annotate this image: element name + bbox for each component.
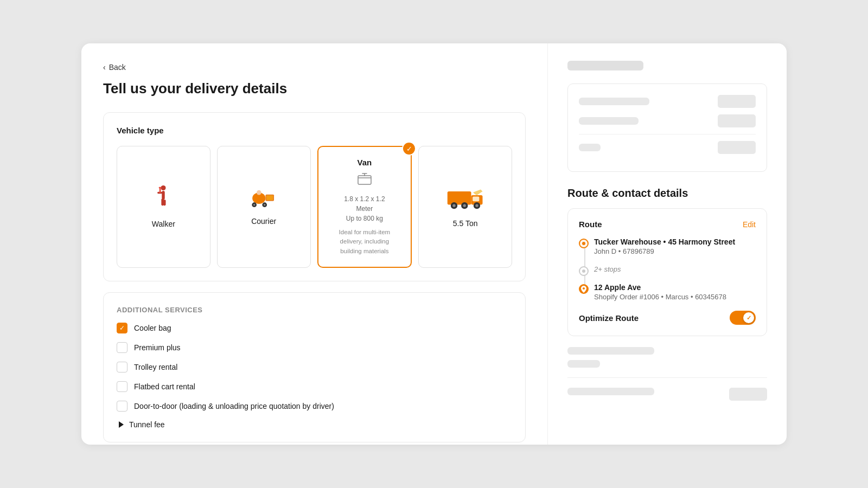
services-title: Additional services bbox=[117, 306, 512, 314]
van-title: Van bbox=[358, 158, 372, 167]
svg-point-22 bbox=[463, 204, 465, 207]
bottom-skel-3a bbox=[567, 388, 654, 395]
vehicle-card-walker[interactable]: Walker bbox=[117, 146, 210, 268]
route-card: Route Edit Tucker Warehouse • 45 Harmony… bbox=[567, 208, 767, 336]
tunnel-fee-label: Tunnel fee bbox=[129, 420, 165, 429]
vehicle-card-ton55[interactable]: 5.5 Ton bbox=[418, 146, 512, 268]
bottom-skel-1a bbox=[567, 347, 654, 355]
optimize-toggle[interactable]: ✓ bbox=[730, 311, 756, 325]
trolley-rental-checkbox[interactable] bbox=[117, 362, 127, 373]
back-link[interactable]: ‹ Back bbox=[103, 63, 526, 72]
edit-link[interactable]: Edit bbox=[743, 220, 756, 229]
origin-name: Tucker Warehouse • 45 Harmony Street bbox=[594, 237, 756, 246]
svg-point-24 bbox=[475, 204, 478, 207]
svg-point-12 bbox=[264, 204, 265, 206]
ton55-label: 5.5 Ton bbox=[453, 219, 478, 228]
van-box-icon bbox=[357, 171, 372, 190]
route-stops: Tucker Warehouse • 45 Harmony Street Joh… bbox=[579, 237, 756, 301]
additional-services-section: Additional services Cooler bag Premium p… bbox=[103, 292, 526, 442]
walker-label: Walker bbox=[152, 220, 175, 228]
dest-sub: Shopify Order #1006 • Marcus • 60345678 bbox=[594, 293, 756, 301]
dest-dot bbox=[579, 284, 589, 294]
ton55-icon bbox=[446, 185, 484, 214]
service-flatbed-cart[interactable]: Flatbed cart rental bbox=[117, 381, 512, 392]
svg-point-0 bbox=[161, 185, 166, 190]
premium-plus-label: Premium plus bbox=[134, 343, 181, 352]
van-check-badge: ✓ bbox=[402, 142, 416, 156]
service-door-to-door[interactable]: Door-to-door (loading & unloading price … bbox=[117, 401, 512, 412]
flatbed-cart-label: Flatbed cart rental bbox=[134, 382, 195, 391]
origin-sub: John D • 67896789 bbox=[594, 247, 756, 255]
bottom-skel-3b bbox=[729, 388, 767, 401]
tunnel-fee-row[interactable]: Tunnel fee bbox=[117, 420, 512, 429]
service-premium-plus[interactable]: Premium plus bbox=[117, 342, 512, 353]
tunnel-fee-expand-icon bbox=[119, 421, 124, 428]
vehicle-grid: Walker bbox=[117, 146, 512, 268]
bottom-skel-row-1 bbox=[567, 347, 767, 355]
door-to-door-checkbox[interactable] bbox=[117, 401, 127, 412]
cooler-bag-label: Cooler bag bbox=[134, 324, 171, 332]
vehicle-card-courier[interactable]: Courier bbox=[217, 146, 311, 268]
svg-point-20 bbox=[452, 204, 455, 207]
door-to-door-label: Door-to-door (loading & unloading price … bbox=[134, 402, 334, 410]
skel-1a bbox=[579, 98, 649, 105]
route-header-row: Route Edit bbox=[579, 220, 756, 229]
toggle-thumb: ✓ bbox=[743, 312, 754, 323]
summary-row-3 bbox=[579, 141, 756, 154]
summary-skeleton-box bbox=[567, 84, 767, 172]
cooler-bag-checkbox[interactable] bbox=[117, 323, 127, 333]
bottom-skeletons bbox=[567, 347, 767, 401]
route-label: Route bbox=[579, 220, 602, 229]
bottom-skel-row-2 bbox=[567, 360, 767, 368]
walker-icon bbox=[152, 185, 174, 214]
svg-rect-6 bbox=[159, 187, 162, 189]
dest-name: 12 Apple Ave bbox=[594, 283, 756, 292]
origin-dot bbox=[579, 239, 589, 248]
premium-plus-checkbox[interactable] bbox=[117, 342, 127, 353]
skel-3b bbox=[718, 141, 756, 154]
trolley-rental-label: Trolley rental bbox=[134, 363, 177, 371]
vehicle-card-van[interactable]: ✓ Van 1.8 x 1.2 x 1.2MeterUp to 800 kg I… bbox=[317, 146, 412, 268]
bottom-skel-2a bbox=[567, 360, 600, 368]
skel-2a bbox=[579, 117, 639, 125]
toggle-check-icon: ✓ bbox=[746, 314, 751, 322]
bottom-skel-row-3 bbox=[567, 377, 767, 401]
back-chevron-icon: ‹ bbox=[103, 63, 106, 72]
right-panel: Route & contact details Route Edit Tucke… bbox=[548, 43, 787, 445]
stop-middle: 2+ stops bbox=[594, 265, 756, 273]
summary-divider bbox=[579, 134, 756, 134]
flatbed-cart-checkbox[interactable] bbox=[117, 381, 127, 392]
courier-label: Courier bbox=[251, 217, 276, 226]
svg-rect-16 bbox=[447, 191, 471, 205]
service-trolley-rental[interactable]: Trolley rental bbox=[117, 362, 512, 373]
summary-row-2 bbox=[579, 114, 756, 127]
summary-row-1 bbox=[579, 95, 756, 108]
svg-point-8 bbox=[257, 190, 261, 195]
page-title: Tell us your delivery details bbox=[103, 80, 526, 97]
van-detail: Van 1.8 x 1.2 x 1.2MeterUp to 800 kg Ide… bbox=[339, 158, 391, 256]
skel-1b bbox=[718, 95, 756, 108]
optimize-row: Optimize Route ✓ bbox=[579, 311, 756, 325]
top-skeleton bbox=[567, 61, 643, 70]
courier-icon bbox=[250, 188, 278, 211]
stop-dest: 12 Apple Ave Shopify Order #1006 • Marcu… bbox=[594, 283, 756, 301]
svg-rect-15 bbox=[358, 176, 371, 184]
svg-rect-1 bbox=[162, 191, 165, 200]
skel-3a bbox=[579, 144, 601, 151]
van-dims: 1.8 x 1.2 x 1.2MeterUp to 800 kg bbox=[344, 194, 385, 223]
middle-dot bbox=[579, 266, 589, 276]
stop-origin: Tucker Warehouse • 45 Harmony Street Joh… bbox=[594, 237, 756, 255]
van-desc: Ideal for multi-itemdelivery, includingb… bbox=[339, 228, 391, 256]
route-contact-title: Route & contact details bbox=[567, 187, 688, 200]
route-contact-header: Route & contact details bbox=[567, 187, 767, 200]
back-label: Back bbox=[109, 63, 126, 72]
svg-rect-14 bbox=[266, 196, 273, 201]
optimize-label: Optimize Route bbox=[579, 313, 639, 323]
svg-rect-4 bbox=[163, 200, 166, 206]
vehicle-type-section: Vehicle type bbox=[103, 112, 526, 281]
service-cooler-bag[interactable]: Cooler bag bbox=[117, 323, 512, 333]
stops-count: 2+ stops bbox=[594, 265, 756, 273]
vehicle-type-title: Vehicle type bbox=[117, 126, 512, 135]
left-panel: ‹ Back Tell us your delivery details Veh… bbox=[81, 43, 548, 445]
skel-2b bbox=[718, 114, 756, 127]
